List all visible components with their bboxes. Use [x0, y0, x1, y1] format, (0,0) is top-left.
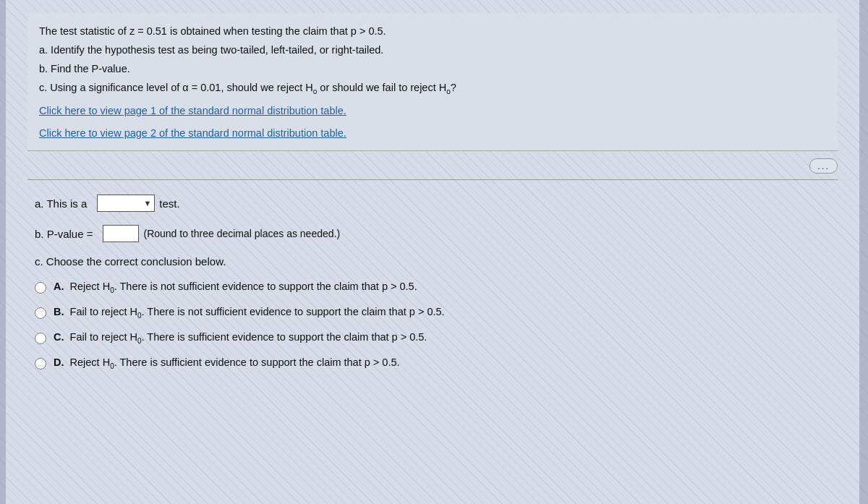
option-c-letter: C.: [54, 331, 64, 343]
intro-text: The test statistic of z = 0.51 is obtain…: [39, 23, 826, 40]
option-c-text: Fail to reject H0. There is sufficient e…: [70, 331, 427, 343]
test-type-dropdown[interactable]: two-tailed left-tailed right-tailed: [101, 197, 151, 209]
p-value-input-wrapper[interactable]: [103, 225, 139, 242]
divider: [27, 179, 838, 180]
part-a-answer-row: a. This is a two-tailed left-tailed righ…: [35, 195, 830, 212]
option-a-text: Reject H0. There is not sufficient evide…: [70, 281, 417, 292]
option-b-label: B. Fail to reject H0. There is not suffi…: [54, 306, 445, 320]
option-b-radio[interactable]: [35, 307, 46, 319]
part-b-question: b. Find the P-value.: [39, 61, 826, 78]
option-b-sub: 0: [137, 312, 142, 320]
option-a-radio[interactable]: [35, 282, 46, 294]
more-button[interactable]: ...: [809, 158, 838, 174]
option-b-text: Fail to reject H0. There is not sufficie…: [70, 306, 445, 317]
distribution-table-link-2[interactable]: Click here to view page 2 of the standar…: [39, 124, 826, 142]
option-d-sub: 0: [110, 362, 114, 370]
option-d-radio[interactable]: [35, 358, 46, 370]
option-d-text: Reject H0. There is sufficient evidence …: [70, 356, 400, 368]
part-a-suffix: test.: [159, 197, 179, 210]
option-a-letter: A.: [54, 281, 64, 292]
question-text: The test statistic of z = 0.51 is obtain…: [39, 23, 826, 98]
option-a-row: A. Reject H0. There is not sufficient ev…: [35, 281, 830, 294]
option-b-letter: B.: [54, 306, 64, 317]
option-c-label: C. Fail to reject H0. There is sufficien…: [54, 331, 427, 345]
option-a-label: A. Reject H0. There is not sufficient ev…: [54, 281, 417, 294]
part-c-question: c. Using a significance level of α = 0.0…: [39, 80, 826, 98]
main-panel: The test statistic of z = 0.51 is obtain…: [6, 0, 859, 504]
part-b-answer-row: b. P-value = (Round to three decimal pla…: [35, 225, 830, 242]
option-d-row: D. Reject H0. There is sufficient eviden…: [35, 356, 830, 370]
p-value-input[interactable]: [103, 226, 138, 242]
option-b-row: B. Fail to reject H0. There is not suffi…: [35, 306, 830, 320]
question-section: The test statistic of z = 0.51 is obtain…: [27, 13, 838, 151]
part-b-prefix: b. P-value =: [35, 228, 93, 240]
part-a-question: a. Identify the hypothesis test as being…: [39, 42, 826, 59]
option-a-sub: 0: [110, 286, 114, 294]
part-c-label: c. Choose the correct conclusion below.: [35, 255, 830, 268]
option-c-radio[interactable]: [35, 333, 46, 344]
part-a-prefix: a. This is a: [35, 197, 87, 210]
option-c-sub: 0: [137, 337, 142, 345]
answer-section: a. This is a two-tailed left-tailed righ…: [27, 187, 838, 393]
test-type-dropdown-wrapper[interactable]: two-tailed left-tailed right-tailed ▼: [97, 195, 155, 212]
option-d-letter: D.: [54, 356, 64, 368]
distribution-table-link-1[interactable]: Click here to view page 1 of the standar…: [39, 102, 826, 120]
option-c-row: C. Fail to reject H0. There is sufficien…: [35, 331, 830, 345]
round-note: (Round to three decimal places as needed…: [143, 228, 340, 239]
more-btn-row: ...: [27, 158, 838, 174]
option-d-label: D. Reject H0. There is sufficient eviden…: [54, 356, 400, 370]
